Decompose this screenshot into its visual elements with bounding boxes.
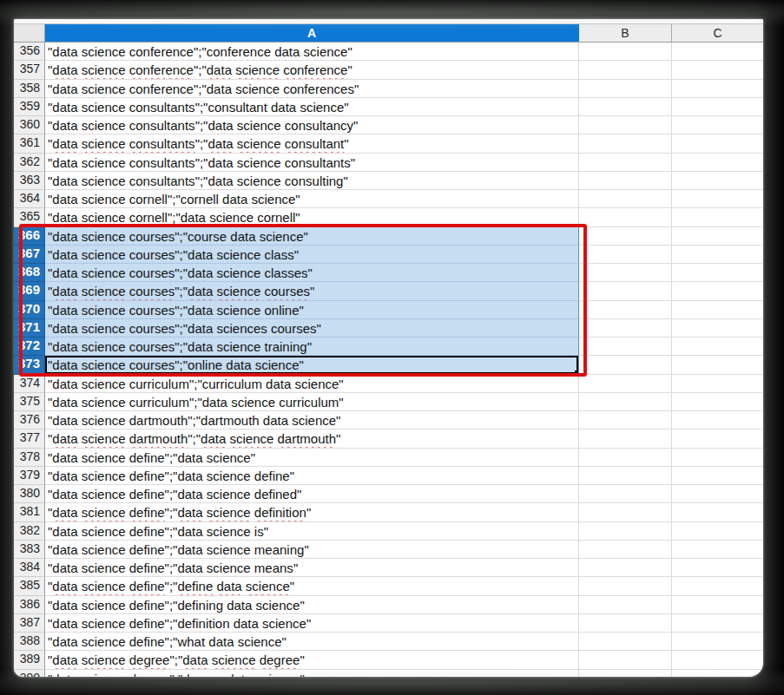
cell-b[interactable] bbox=[579, 503, 672, 521]
cell-b[interactable] bbox=[579, 596, 672, 614]
row-header[interactable]: 369 bbox=[14, 282, 45, 300]
cell-a[interactable]: "data science cornell";"data science cor… bbox=[45, 208, 579, 226]
cell-c[interactable] bbox=[672, 154, 763, 172]
cell-b[interactable] bbox=[579, 282, 672, 300]
row-header[interactable]: 381 bbox=[14, 503, 45, 521]
cell-b[interactable] bbox=[579, 375, 672, 393]
cell-a[interactable]: "data science define";"what data science… bbox=[45, 633, 579, 651]
cell-b[interactable] bbox=[579, 43, 672, 61]
select-all-corner[interactable] bbox=[14, 24, 45, 42]
cell-c[interactable] bbox=[672, 319, 763, 338]
row-header[interactable]: 375 bbox=[14, 393, 45, 411]
cell-b[interactable] bbox=[579, 116, 672, 134]
cell-b[interactable] bbox=[579, 208, 672, 226]
cell-b[interactable] bbox=[579, 449, 672, 467]
row-header[interactable]: 367 bbox=[14, 246, 45, 264]
cell-a[interactable]: "data science define";"define data scien… bbox=[45, 577, 579, 595]
cell-c[interactable] bbox=[672, 338, 763, 356]
row-header[interactable]: 384 bbox=[14, 559, 45, 577]
cell-a[interactable]: "data science define";"definition data s… bbox=[45, 614, 579, 633]
row-header[interactable]: 390 bbox=[14, 670, 45, 678]
cell-a[interactable]: "data science conference";"data science … bbox=[45, 80, 579, 98]
cell-a[interactable]: "data science conference";"data science … bbox=[45, 61, 579, 79]
cell-b[interactable] bbox=[579, 246, 672, 264]
cell-c[interactable] bbox=[672, 246, 763, 264]
row-header[interactable]: 366 bbox=[14, 227, 45, 246]
cell-c[interactable] bbox=[672, 393, 763, 411]
row-header[interactable]: 373 bbox=[14, 356, 45, 374]
cell-b[interactable] bbox=[579, 411, 672, 429]
cell-b[interactable] bbox=[579, 61, 672, 79]
column-header-b[interactable]: B bbox=[579, 24, 672, 42]
cell-c[interactable] bbox=[672, 134, 763, 153]
cell-c[interactable] bbox=[672, 375, 763, 393]
cell-a[interactable]: "data science degree";"degree data scien… bbox=[45, 670, 579, 678]
cell-b[interactable] bbox=[579, 467, 672, 485]
cell-a[interactable]: "data science degree";"data science degr… bbox=[45, 651, 579, 669]
cell-a[interactable]: "data science dartmouth";"data science d… bbox=[45, 429, 579, 448]
row-header[interactable]: 378 bbox=[14, 449, 45, 467]
cell-a[interactable]: "data science define";"data science mean… bbox=[45, 541, 579, 559]
cell-c[interactable] bbox=[672, 80, 763, 98]
row-header[interactable]: 360 bbox=[14, 116, 45, 134]
row-header[interactable]: 380 bbox=[14, 485, 45, 503]
row-header[interactable]: 388 bbox=[14, 633, 45, 651]
row-header[interactable]: 387 bbox=[14, 614, 45, 633]
cell-c[interactable] bbox=[672, 190, 763, 208]
row-header[interactable]: 379 bbox=[14, 467, 45, 485]
cell-a[interactable]: "data science define";"data science" bbox=[45, 449, 579, 467]
cell-a[interactable]: "data science consultants";"data science… bbox=[45, 172, 579, 190]
cell-b[interactable] bbox=[579, 670, 672, 678]
row-header[interactable]: 370 bbox=[14, 301, 45, 319]
cell-b[interactable] bbox=[579, 485, 672, 503]
cell-b[interactable] bbox=[579, 393, 672, 411]
row-header[interactable]: 364 bbox=[14, 190, 45, 208]
column-header-a[interactable]: A bbox=[45, 24, 579, 42]
cell-c[interactable] bbox=[672, 411, 763, 429]
row-header[interactable]: 386 bbox=[14, 596, 45, 614]
cell-c[interactable] bbox=[672, 43, 763, 61]
cell-c[interactable] bbox=[672, 503, 763, 521]
cell-c[interactable] bbox=[672, 467, 763, 485]
cell-c[interactable] bbox=[672, 282, 763, 300]
row-header[interactable]: 359 bbox=[14, 98, 45, 116]
cell-b[interactable] bbox=[579, 134, 672, 153]
cell-a[interactable]: "data science define";"data science is" bbox=[45, 522, 579, 541]
cell-b[interactable] bbox=[579, 614, 672, 633]
row-header[interactable]: 371 bbox=[14, 319, 45, 338]
cell-b[interactable] bbox=[579, 651, 672, 669]
cell-c[interactable] bbox=[672, 614, 763, 633]
cell-c[interactable] bbox=[672, 485, 763, 503]
row-header[interactable]: 383 bbox=[14, 541, 45, 559]
cell-b[interactable] bbox=[579, 301, 672, 319]
cell-c[interactable] bbox=[672, 596, 763, 614]
cell-a[interactable]: "data science consultants";"data science… bbox=[45, 116, 579, 134]
row-header[interactable]: 361 bbox=[14, 134, 45, 153]
column-header-c[interactable]: C bbox=[672, 24, 763, 42]
cell-a[interactable]: "data science define";"data science mean… bbox=[45, 559, 579, 577]
row-header[interactable]: 372 bbox=[14, 338, 45, 356]
cell-c[interactable] bbox=[672, 670, 763, 678]
cell-a[interactable]: "data science courses";"course data scie… bbox=[45, 227, 579, 246]
row-header[interactable]: 362 bbox=[14, 154, 45, 172]
cell-c[interactable] bbox=[672, 116, 763, 134]
cell-a[interactable]: "data science courses";"data science cla… bbox=[45, 264, 579, 282]
cell-b[interactable] bbox=[579, 264, 672, 282]
cell-c[interactable] bbox=[672, 172, 763, 190]
row-header[interactable]: 368 bbox=[14, 264, 45, 282]
cell-c[interactable] bbox=[672, 522, 763, 541]
cell-a[interactable]: "data science define";"defining data sci… bbox=[45, 596, 579, 614]
cell-c[interactable] bbox=[672, 264, 763, 282]
cell-c[interactable] bbox=[672, 98, 763, 116]
cell-a[interactable]: "data science define";"data science defi… bbox=[45, 503, 579, 521]
row-header[interactable]: 357 bbox=[14, 61, 45, 79]
cell-a[interactable]: "data science consultants";"consultant d… bbox=[45, 98, 579, 116]
cell-a[interactable]: "data science define";"data science defi… bbox=[45, 485, 579, 503]
cell-c[interactable] bbox=[672, 301, 763, 319]
row-header[interactable]: 363 bbox=[14, 172, 45, 190]
cell-b[interactable] bbox=[579, 319, 672, 338]
cell-a[interactable]: "data science courses";"data science tra… bbox=[45, 338, 579, 356]
cell-a[interactable]: "data science cornell";"cornell data sci… bbox=[45, 190, 579, 208]
cell-a[interactable]: "data science dartmouth";"dartmouth data… bbox=[45, 411, 579, 429]
row-header[interactable]: 356 bbox=[14, 43, 45, 61]
